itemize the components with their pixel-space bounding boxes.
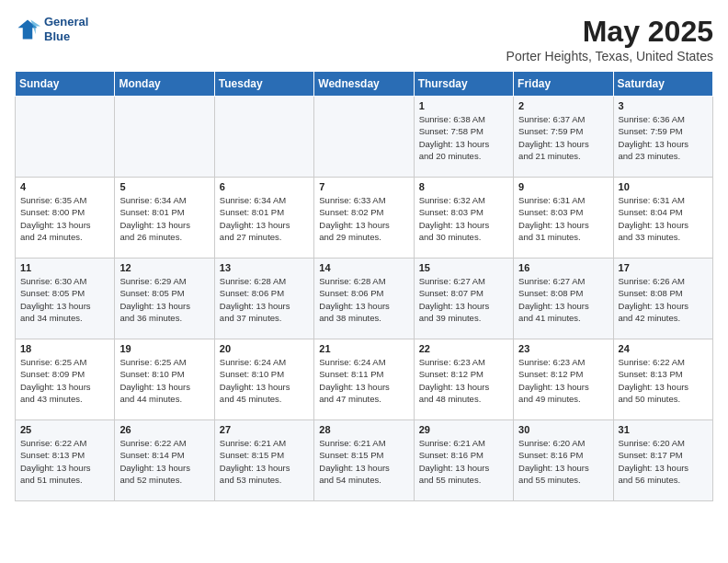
day-number: 14 [319,262,408,273]
calendar-cell: 24Sunrise: 6:22 AM Sunset: 8:13 PM Dayli… [613,339,712,420]
calendar-cell: 6Sunrise: 6:34 AM Sunset: 8:01 PM Daylig… [214,178,313,259]
day-number: 2 [518,100,608,111]
main-title: May 2025 [506,15,713,49]
calendar-cell: 10Sunrise: 6:31 AM Sunset: 8:04 PM Dayli… [613,178,712,259]
calendar-cell: 31Sunrise: 6:20 AM Sunset: 8:17 PM Dayli… [613,420,712,501]
day-number: 12 [119,262,209,273]
day-info: Sunrise: 6:27 AM Sunset: 8:08 PM Dayligh… [518,275,608,324]
day-info: Sunrise: 6:25 AM Sunset: 8:10 PM Dayligh… [119,356,209,405]
day-info: Sunrise: 6:23 AM Sunset: 8:12 PM Dayligh… [518,356,608,405]
calendar-cell: 17Sunrise: 6:26 AM Sunset: 8:08 PM Dayli… [613,259,712,339]
day-number: 30 [518,424,608,435]
calendar-cell: 30Sunrise: 6:20 AM Sunset: 8:16 PM Dayli… [514,420,613,501]
day-number: 5 [119,181,209,192]
calendar-cell: 22Sunrise: 6:23 AM Sunset: 8:12 PM Dayli… [414,339,513,420]
day-info: Sunrise: 6:27 AM Sunset: 8:07 PM Dayligh… [419,275,508,324]
calendar-cell: 9Sunrise: 6:31 AM Sunset: 8:03 PM Daylig… [514,178,613,259]
day-number: 1 [419,100,508,111]
day-number: 21 [319,343,408,354]
day-number: 18 [20,343,109,354]
calendar-cell: 19Sunrise: 6:25 AM Sunset: 8:10 PM Dayli… [115,339,214,420]
day-number: 28 [319,424,408,435]
day-info: Sunrise: 6:26 AM Sunset: 8:08 PM Dayligh… [619,275,708,324]
weekday-header: Sunday [16,72,115,97]
title-area: May 2025 Porter Heights, Texas, United S… [506,15,713,63]
day-info: Sunrise: 6:24 AM Sunset: 8:10 PM Dayligh… [220,356,309,405]
calendar-cell: 16Sunrise: 6:27 AM Sunset: 8:08 PM Dayli… [514,259,613,339]
day-info: Sunrise: 6:25 AM Sunset: 8:09 PM Dayligh… [20,356,109,405]
day-number: 16 [518,262,608,273]
calendar-cell: 11Sunrise: 6:30 AM Sunset: 8:05 PM Dayli… [16,259,115,339]
calendar-cell: 28Sunrise: 6:21 AM Sunset: 8:15 PM Dayli… [314,420,414,501]
calendar-week-row: 1Sunrise: 6:38 AM Sunset: 7:58 PM Daylig… [16,97,713,178]
calendar-cell: 26Sunrise: 6:22 AM Sunset: 8:14 PM Dayli… [115,420,214,501]
calendar-cell: 25Sunrise: 6:22 AM Sunset: 8:13 PM Dayli… [16,420,115,501]
weekday-header: Tuesday [214,72,313,97]
calendar-cell [16,97,115,178]
calendar-cell: 7Sunrise: 6:33 AM Sunset: 8:02 PM Daylig… [314,178,414,259]
day-number: 3 [619,100,708,111]
logo-text: General Blue [44,15,88,43]
header: General Blue May 2025 Porter Heights, Te… [15,15,713,63]
day-number: 19 [119,343,209,354]
weekday-header: Saturday [613,72,712,97]
day-number: 9 [518,181,608,192]
day-info: Sunrise: 6:35 AM Sunset: 8:00 PM Dayligh… [20,194,109,243]
day-number: 29 [419,424,508,435]
day-number: 22 [419,343,508,354]
calendar-cell: 15Sunrise: 6:27 AM Sunset: 8:07 PM Dayli… [414,259,513,339]
day-info: Sunrise: 6:34 AM Sunset: 8:01 PM Dayligh… [119,194,209,243]
calendar-cell: 14Sunrise: 6:28 AM Sunset: 8:06 PM Dayli… [314,259,414,339]
calendar-week-row: 11Sunrise: 6:30 AM Sunset: 8:05 PM Dayli… [16,259,713,339]
day-number: 31 [619,424,708,435]
calendar-cell [314,97,414,178]
calendar-cell [214,97,313,178]
calendar-cell: 20Sunrise: 6:24 AM Sunset: 8:10 PM Dayli… [214,339,313,420]
calendar-cell: 8Sunrise: 6:32 AM Sunset: 8:03 PM Daylig… [414,178,513,259]
day-number: 13 [220,262,309,273]
day-number: 27 [220,424,309,435]
day-info: Sunrise: 6:31 AM Sunset: 8:04 PM Dayligh… [619,194,708,243]
day-number: 10 [619,181,708,192]
day-number: 7 [319,181,408,192]
calendar-cell: 29Sunrise: 6:21 AM Sunset: 8:16 PM Dayli… [414,420,513,501]
calendar-cell: 12Sunrise: 6:29 AM Sunset: 8:05 PM Dayli… [115,259,214,339]
calendar-cell: 4Sunrise: 6:35 AM Sunset: 8:00 PM Daylig… [16,178,115,259]
calendar-cell: 5Sunrise: 6:34 AM Sunset: 8:01 PM Daylig… [115,178,214,259]
day-info: Sunrise: 6:22 AM Sunset: 8:13 PM Dayligh… [619,356,708,405]
calendar-cell: 18Sunrise: 6:25 AM Sunset: 8:09 PM Dayli… [16,339,115,420]
day-number: 6 [220,181,309,192]
calendar-week-row: 4Sunrise: 6:35 AM Sunset: 8:00 PM Daylig… [16,178,713,259]
weekday-header: Monday [115,72,214,97]
day-number: 4 [20,181,109,192]
day-info: Sunrise: 6:32 AM Sunset: 8:03 PM Dayligh… [419,194,508,243]
day-info: Sunrise: 6:23 AM Sunset: 8:12 PM Dayligh… [419,356,508,405]
calendar-cell: 13Sunrise: 6:28 AM Sunset: 8:06 PM Dayli… [214,259,313,339]
day-number: 24 [619,343,708,354]
day-number: 17 [619,262,708,273]
logo-icon [15,17,40,42]
day-number: 26 [119,424,209,435]
calendar-cell [115,97,214,178]
weekday-header: Friday [514,72,613,97]
day-number: 20 [220,343,309,354]
day-info: Sunrise: 6:38 AM Sunset: 7:58 PM Dayligh… [419,113,508,162]
day-info: Sunrise: 6:30 AM Sunset: 8:05 PM Dayligh… [20,275,109,324]
day-info: Sunrise: 6:34 AM Sunset: 8:01 PM Dayligh… [220,194,309,243]
day-number: 15 [419,262,508,273]
calendar-cell: 23Sunrise: 6:23 AM Sunset: 8:12 PM Dayli… [514,339,613,420]
day-info: Sunrise: 6:21 AM Sunset: 8:16 PM Dayligh… [419,437,508,486]
day-info: Sunrise: 6:22 AM Sunset: 8:13 PM Dayligh… [20,437,109,486]
day-info: Sunrise: 6:28 AM Sunset: 8:06 PM Dayligh… [319,275,408,324]
day-info: Sunrise: 6:33 AM Sunset: 8:02 PM Dayligh… [319,194,408,243]
day-info: Sunrise: 6:20 AM Sunset: 8:16 PM Dayligh… [518,437,608,486]
day-info: Sunrise: 6:24 AM Sunset: 8:11 PM Dayligh… [319,356,408,405]
calendar-cell: 1Sunrise: 6:38 AM Sunset: 7:58 PM Daylig… [414,97,513,178]
day-number: 23 [518,343,608,354]
calendar-cell: 21Sunrise: 6:24 AM Sunset: 8:11 PM Dayli… [314,339,414,420]
day-info: Sunrise: 6:20 AM Sunset: 8:17 PM Dayligh… [619,437,708,486]
day-info: Sunrise: 6:21 AM Sunset: 8:15 PM Dayligh… [220,437,309,486]
calendar-cell: 27Sunrise: 6:21 AM Sunset: 8:15 PM Dayli… [214,420,313,501]
subtitle: Porter Heights, Texas, United States [506,49,713,63]
day-info: Sunrise: 6:21 AM Sunset: 8:15 PM Dayligh… [319,437,408,486]
